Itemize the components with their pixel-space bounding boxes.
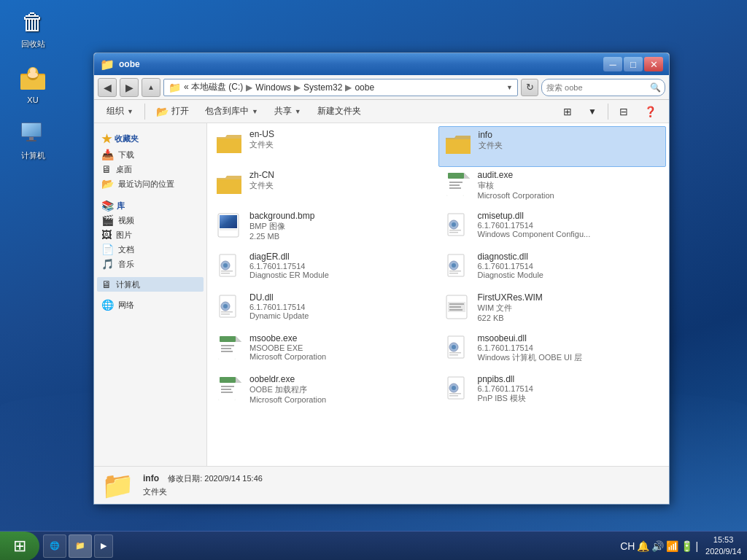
file-icon: [214, 129, 244, 158]
taskbar-explorer[interactable]: 📁: [69, 534, 92, 558]
file-name: diagER.dll: [249, 252, 434, 262]
organize-dropdown-icon: ▼: [127, 108, 133, 115]
share-button[interactable]: 共享 ▼: [268, 102, 308, 121]
forward-button[interactable]: ▶: [120, 78, 139, 97]
view-dropdown-button[interactable]: ▼: [581, 102, 603, 121]
svg-rect-67: [221, 386, 234, 387]
file-type: 6.1.7601.17514: [478, 343, 662, 352]
user-folder-icon: [18, 64, 47, 93]
ie-icon: 🌐: [50, 541, 60, 551]
file-info: diagnostic.dll6.1.7601.17514Diagnostic M…: [478, 252, 662, 279]
file-item-diagnostic-dll[interactable]: diagnostic.dll6.1.7601.17514Diagnostic M…: [438, 249, 667, 289]
file-type: 6.1.7601.17514: [249, 262, 434, 271]
address-path[interactable]: 📁 « 本地磁盘 (C:) ▶ Windows ▶ System32 ▶ oob…: [163, 79, 518, 96]
file-item-cmisetup-dll[interactable]: cmisetup.dll6.1.7601.17514Windows Compon…: [438, 208, 667, 249]
include-library-button[interactable]: 包含到库中 ▼: [198, 102, 265, 121]
up-button[interactable]: ▲: [142, 78, 160, 97]
sidebar-item-desktop[interactable]: 🖥 桌面: [97, 162, 204, 176]
file-item-pnpibs-dll[interactable]: pnpibs.dll6.1.7601.17514PnP IBS 模块: [438, 371, 667, 412]
sidebar-item-computer[interactable]: 🖥 计算机: [97, 277, 204, 292]
file-icon: [214, 252, 244, 281]
file-name: en-US: [249, 129, 434, 139]
file-item-info[interactable]: info文件夹: [438, 126, 667, 167]
svg-rect-22: [220, 215, 237, 228]
file-icon: [443, 374, 472, 403]
file-item-diagER-dll[interactable]: diagER.dll6.1.7601.17514Diagnostic ER Mo…: [210, 249, 438, 289]
sidebar-item-downloads[interactable]: 📥 下载: [97, 147, 204, 162]
file-icon: [444, 130, 473, 159]
file-item-FirstUXRes-wim[interactable]: FirstUXRes.WIMWIM 文件622 KB: [438, 289, 667, 330]
desktop-icon-computer[interactable]: 计算机: [7, 119, 58, 161]
sidebar-item-videos[interactable]: 🎬 视频: [97, 213, 204, 228]
sidebar-item-music[interactable]: 🎵 音乐: [97, 257, 204, 271]
sidebar-item-network[interactable]: 🌐 网络: [97, 298, 204, 312]
refresh-button[interactable]: ↻: [521, 79, 538, 96]
file-name: DU.dll: [249, 292, 434, 303]
svg-rect-60: [449, 352, 461, 354]
desktop-icon-user[interactable]: XU: [7, 64, 58, 104]
file-item-msoobeui-dll[interactable]: msoobeui.dll6.1.7601.17514Windows 计算机 OO…: [438, 330, 667, 371]
path-dropdown-icon: ▼: [506, 84, 513, 91]
show-desktop-btn[interactable]: |: [695, 540, 698, 552]
status-folder-icon: 📁: [101, 470, 134, 501]
sidebar-item-pictures[interactable]: 🖼 图片: [97, 228, 204, 242]
file-name: oobeldr.exe: [249, 374, 434, 384]
taskbar-ie[interactable]: 🌐: [43, 534, 66, 558]
preview-button[interactable]: ⊟: [613, 102, 635, 121]
file-desc: PnP IBS 模块: [478, 393, 662, 404]
file-name: FirstUXRes.WIM: [478, 292, 662, 303]
library-icon: 📚: [101, 200, 114, 211]
file-desc: Microsoft Corporation: [249, 352, 434, 361]
svg-rect-68: [221, 389, 231, 390]
svg-point-31: [223, 263, 228, 268]
svg-marker-15: [464, 173, 470, 179]
maximize-button[interactable]: □: [624, 57, 643, 71]
file-item-DU-dll[interactable]: DU.dll6.1.7601.17514Dynamic Update: [210, 289, 438, 330]
taskbar-clock[interactable]: 15:53 2020/9/14: [705, 534, 741, 557]
tray-icon-2: 🔊: [651, 540, 664, 552]
file-name: msoobeui.dll: [478, 333, 662, 343]
taskbar-tray: CH 🔔 🔊 📶 🔋 | 15:53 2020/9/14: [616, 534, 747, 557]
path-icon: 📁: [169, 82, 181, 93]
search-input[interactable]: [546, 83, 647, 92]
file-item-audit-exe[interactable]: audit.exe审核Microsoft Corporation: [438, 167, 667, 208]
file-name: zh-CN: [249, 170, 434, 180]
file-item-msoobe-exe[interactable]: msoobe.exeMSOOBE EXEMicrosoft Corporatio…: [210, 330, 438, 371]
open-button[interactable]: 📂 打开: [150, 102, 196, 121]
new-folder-button[interactable]: 新建文件夹: [311, 102, 368, 121]
start-button[interactable]: ⊞: [0, 532, 39, 561]
file-desc: 2.25 MB: [249, 232, 434, 241]
svg-rect-17: [449, 182, 462, 183]
file-item-background-bmp[interactable]: background.bmpBMP 图像2.25 MB: [210, 208, 438, 249]
tray-icon-4: 🔋: [681, 540, 693, 552]
file-name: pnpibs.dll: [478, 374, 662, 384]
file-list-area: en-US文件夹 info文件夹 zh-CN文件夹 audit.exe审核Mic…: [207, 123, 669, 466]
file-item-oobeldr-exe[interactable]: oobeldr.exeOOBE 加载程序Microsoft Corporatio…: [210, 371, 438, 412]
back-button[interactable]: ◀: [98, 78, 117, 97]
file-item-zh-CN[interactable]: zh-CN文件夹: [210, 167, 438, 208]
search-box[interactable]: 🔍: [541, 79, 665, 96]
svg-rect-61: [449, 354, 458, 356]
svg-rect-46: [449, 303, 464, 305]
file-icon: [443, 170, 472, 199]
file-info: oobeldr.exeOOBE 加载程序Microsoft Corporatio…: [249, 374, 434, 404]
network-group: 🌐 网络: [97, 298, 204, 312]
sidebar-item-documents[interactable]: 📄 文档: [97, 242, 204, 257]
file-item-en-US[interactable]: en-US文件夹: [210, 126, 438, 167]
file-type: 文件夹: [249, 139, 434, 150]
minimize-button[interactable]: ─: [603, 57, 622, 71]
taskbar-media[interactable]: ▶: [94, 534, 113, 558]
address-bar: ◀ ▶ ▲ 📁 « 本地磁盘 (C:) ▶ Windows ▶ System32…: [94, 75, 669, 100]
file-name: msoobe.exe: [249, 333, 434, 343]
file-type: 文件夹: [479, 140, 662, 151]
music-icon: 🎵: [101, 258, 114, 270]
sidebar-item-recent[interactable]: 📂 最近访问的位置: [97, 176, 204, 191]
organize-button[interactable]: 组织 ▼: [100, 102, 140, 121]
help-button[interactable]: ❓: [638, 102, 663, 121]
desktop-icon-recycle[interactable]: 🗑 回收站: [7, 7, 58, 50]
close-button[interactable]: ✕: [644, 57, 663, 71]
file-info: msoobe.exeMSOOBE EXEMicrosoft Corporatio…: [249, 333, 434, 361]
tray-icon-3: 📶: [666, 540, 678, 552]
view-button[interactable]: ⊞: [557, 102, 578, 121]
svg-rect-54: [221, 345, 234, 346]
